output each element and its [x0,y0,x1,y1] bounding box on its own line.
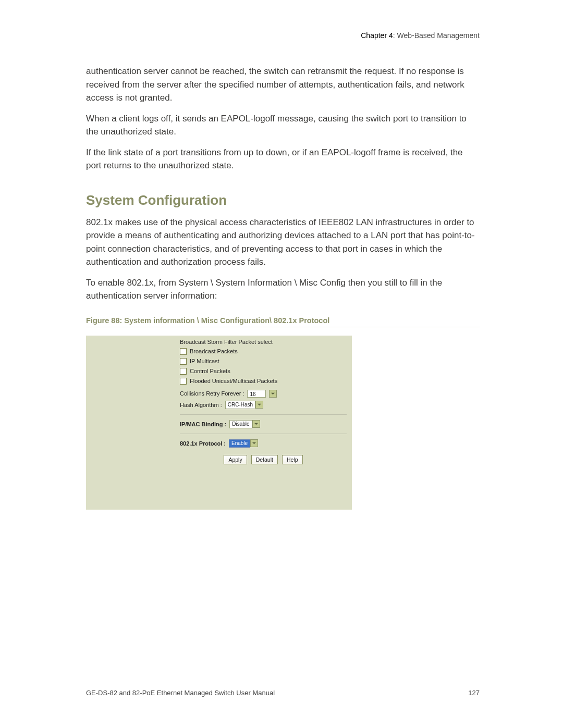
figure-caption: Figure 88: System information \ Misc Con… [86,316,480,325]
chapter-title: Web-Based Management [397,31,480,40]
checkbox-row-ip-multicast: IP Multicast [180,358,347,365]
checkbox-broadcast-packets[interactable] [180,348,187,355]
ipmac-row: IP/MAC Binding : Disable [180,420,347,428]
footer-page-number: 127 [468,689,480,697]
panel-button-row: Apply Default Help [180,455,347,464]
collisions-label: Collisions Retry Forever : [180,390,244,397]
dot1x-label: 802.1x Protocol : [180,440,226,447]
panel-divider-1 [180,414,347,415]
ipmac-value: Disable [229,420,252,428]
ipmac-label: IP/MAC Binding : [180,421,226,427]
hash-label: Hash Algorithm : [180,402,222,408]
chapter-number: Chapter 4 [361,31,393,40]
chevron-down-icon [257,402,262,407]
label-control-packets: Control Packets [190,368,230,374]
hash-dropdown[interactable] [255,401,263,409]
chevron-down-icon [252,441,256,446]
checkbox-flooded-packets[interactable] [180,378,187,385]
figure-rule [86,327,480,327]
section-paragraph-2: To enable 802.1x, from System \ System I… [86,276,480,303]
panel-divider-2 [180,434,347,434]
ipmac-select[interactable]: Disable [229,420,260,428]
chevron-down-icon [254,422,259,426]
label-ip-multicast: IP Multicast [190,358,219,364]
intro-paragraph-1: authentication server cannot be reached,… [86,65,480,105]
screenshot-right-blank [352,336,480,510]
checkbox-row-control-packets: Control Packets [180,368,347,375]
apply-button[interactable]: Apply [224,455,247,464]
screenshot-figure: Broadcast Storm Filter Packet select Bro… [86,336,480,510]
collisions-dropdown[interactable] [269,390,277,398]
ipmac-dropdown[interactable] [252,420,260,428]
label-flooded-packets: Flooded Unicast/Multicast Packets [190,378,277,384]
default-button[interactable]: Default [251,455,278,464]
hash-select[interactable]: CRC-Hash [225,401,263,409]
section-title: System Configuration [86,192,480,208]
checkbox-row-broadcast: Broadcast Packets [180,348,347,355]
misc-config-panel: Broadcast Storm Filter Packet select Bro… [174,336,352,510]
dot1x-select[interactable]: Enable [229,439,258,448]
dot1x-value: Enable [229,439,250,448]
checkbox-row-flooded: Flooded Unicast/Multicast Packets [180,378,347,385]
screenshot-left-sidebar [86,336,174,510]
checkbox-control-packets[interactable] [180,368,187,375]
collisions-row: Collisions Retry Forever : 16 [180,390,347,398]
collisions-input[interactable]: 16 [247,390,266,398]
page-footer: GE-DS-82 and 82-PoE Ethernet Managed Swi… [86,689,480,697]
checkbox-ip-multicast[interactable] [180,358,187,365]
section-paragraph-1: 802.1x makes use of the physical access … [86,216,480,269]
chevron-down-icon [271,391,275,396]
chapter-header: Chapter 4: Web-Based Management [86,31,480,40]
intro-paragraph-2: When a client logs off, it sends an EAPO… [86,112,480,139]
hash-row: Hash Algorithm : CRC-Hash [180,401,347,409]
broadcast-storm-heading: Broadcast Storm Filter Packet select [180,339,347,345]
hash-value: CRC-Hash [225,401,255,409]
footer-manual-title: GE-DS-82 and 82-PoE Ethernet Managed Swi… [86,689,275,697]
help-button[interactable]: Help [282,455,303,464]
dot1x-dropdown[interactable] [250,439,258,447]
intro-paragraph-3: If the link state of a port transitions … [86,146,480,172]
label-broadcast-packets: Broadcast Packets [190,348,238,354]
dot1x-row: 802.1x Protocol : Enable [180,439,347,448]
chapter-colon: : [393,31,397,40]
